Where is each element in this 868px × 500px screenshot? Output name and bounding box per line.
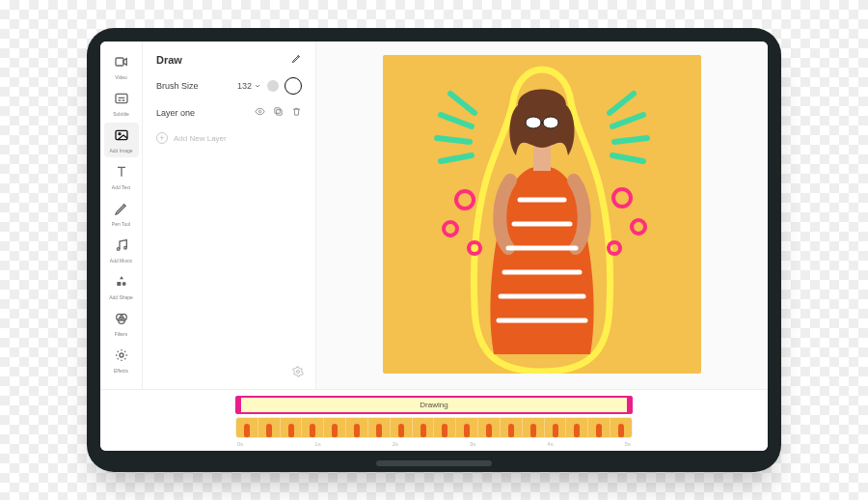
- rail-item-add-text[interactable]: Add Text: [104, 159, 139, 194]
- visibility-icon[interactable]: [255, 106, 265, 119]
- rail-item-subtitle[interactable]: Subtitle: [104, 86, 139, 121]
- rail-label: Subtitle: [113, 112, 129, 117]
- track-handle-left[interactable]: [235, 396, 241, 414]
- filters-icon: [114, 311, 129, 330]
- svg-point-37: [609, 242, 620, 254]
- svg-point-16: [526, 117, 541, 128]
- timeline-thumbnail[interactable]: [501, 418, 523, 437]
- svg-rect-11: [277, 110, 283, 116]
- timeline-thumbnail[interactable]: [281, 418, 303, 437]
- svg-point-36: [632, 220, 645, 234]
- video-icon: [114, 54, 129, 73]
- rail-label: Add Image: [109, 149, 132, 153]
- timeline-thumbnail[interactable]: [258, 418, 281, 437]
- workspace: Video Subtitle Add Image Add Text Pen To…: [100, 42, 768, 389]
- brush-size-row: Brush Size 132: [156, 77, 302, 95]
- rail-item-filters[interactable]: Filters: [104, 306, 139, 341]
- svg-rect-0: [116, 58, 123, 66]
- canvas-area: [316, 42, 768, 389]
- timeline-thumbnail[interactable]: [610, 418, 632, 437]
- effects-icon: [114, 347, 129, 367]
- ruler-mark: 3s: [470, 441, 475, 447]
- brush-color-swatch-small[interactable]: [267, 80, 279, 92]
- rail-item-add-image[interactable]: Add Image: [104, 123, 139, 157]
- laptop-frame: Video Subtitle Add Image Add Text Pen To…: [87, 28, 781, 472]
- rail-item-video[interactable]: Video: [104, 49, 139, 84]
- app-screen: Video Subtitle Add Image Add Text Pen To…: [100, 42, 768, 451]
- subtitle-icon: [114, 91, 129, 110]
- track-handle-right[interactable]: [627, 396, 633, 414]
- rail-label: Pen Tool: [112, 222, 130, 227]
- timeline-thumbnail[interactable]: [324, 418, 346, 437]
- svg-point-17: [543, 117, 558, 128]
- layer-row: Layer one: [156, 106, 302, 119]
- time-ruler: 0s1s2s3s4s5s: [235, 441, 633, 447]
- layer-label: Layer one: [156, 108, 195, 118]
- rail-item-pen-tool[interactable]: Pen Tool: [104, 196, 139, 231]
- rail-label: Add Shape: [109, 295, 133, 300]
- timeline-thumbnail[interactable]: [478, 418, 501, 437]
- drawing-track[interactable]: Drawing: [235, 396, 633, 414]
- canvas[interactable]: [383, 55, 701, 374]
- chevron-down-icon: [254, 82, 261, 90]
- plus-icon: +: [156, 132, 168, 144]
- svg-line-25: [441, 115, 472, 126]
- ruler-mark: 4s: [547, 441, 553, 447]
- timeline-thumbnail[interactable]: [588, 418, 610, 437]
- delete-icon[interactable]: [291, 106, 302, 119]
- timeline-thumbnail[interactable]: [346, 418, 368, 437]
- svg-point-33: [444, 222, 457, 236]
- timeline-thumbnail[interactable]: [236, 418, 258, 437]
- timeline-thumbnail[interactable]: [456, 418, 478, 437]
- svg-point-9: [120, 353, 123, 357]
- tool-rail: Video Subtitle Add Image Add Text Pen To…: [100, 42, 143, 389]
- timeline-thumbnail[interactable]: [434, 418, 456, 437]
- rail-label: Add Music: [110, 259, 132, 264]
- draw-panel: Draw Brush Size 132 Layer one: [143, 42, 316, 389]
- timeline-thumbnail[interactable]: [523, 418, 545, 437]
- timeline-thumbnail[interactable]: [413, 418, 435, 437]
- brush-color-swatch-large[interactable]: [285, 77, 302, 95]
- rail-item-add-music[interactable]: Add Music: [104, 233, 139, 267]
- svg-point-35: [613, 189, 631, 207]
- text-icon: [114, 164, 129, 183]
- svg-line-24: [450, 94, 475, 113]
- svg-line-29: [612, 115, 643, 126]
- brush-size-label: Brush Size: [156, 81, 199, 91]
- timeline-thumbnail[interactable]: [391, 418, 413, 437]
- video-track[interactable]: [235, 417, 633, 438]
- rail-label: Add Text: [112, 185, 130, 190]
- rail-label: Effects: [114, 369, 128, 374]
- timeline-thumbnail[interactable]: [368, 418, 391, 437]
- ruler-mark: 5s: [625, 441, 631, 447]
- shape-icon: [114, 274, 129, 293]
- svg-point-32: [456, 191, 474, 208]
- svg-line-30: [614, 138, 647, 142]
- panel-title: Draw: [156, 54, 182, 66]
- svg-line-31: [612, 155, 643, 161]
- add-layer-button[interactable]: + Add New Layer: [156, 132, 302, 144]
- svg-line-26: [437, 138, 470, 142]
- timeline-thumbnail[interactable]: [566, 418, 588, 437]
- svg-point-3: [119, 133, 121, 135]
- svg-line-27: [441, 155, 472, 161]
- timeline: Drawing 0s1s2s3s4s5s: [100, 389, 768, 451]
- ruler-mark: 1s: [314, 441, 320, 447]
- ruler-mark: 2s: [393, 441, 398, 447]
- brush-size-value[interactable]: 132: [237, 81, 261, 91]
- svg-point-13: [297, 371, 300, 374]
- timeline-thumbnail[interactable]: [545, 418, 567, 437]
- svg-rect-14: [533, 144, 551, 171]
- pen-icon: [114, 201, 129, 220]
- settings-icon[interactable]: [292, 366, 304, 379]
- svg-point-10: [258, 110, 260, 112]
- svg-rect-12: [275, 108, 281, 114]
- svg-point-4: [117, 248, 120, 251]
- rail-item-effects[interactable]: Effects: [104, 343, 139, 377]
- svg-line-28: [610, 94, 634, 113]
- edit-icon[interactable]: [291, 53, 302, 66]
- timeline-thumbnail[interactable]: [302, 418, 324, 437]
- copy-icon[interactable]: [273, 106, 284, 119]
- rail-label: Filters: [115, 332, 128, 337]
- rail-item-add-shape[interactable]: Add Shape: [104, 269, 139, 304]
